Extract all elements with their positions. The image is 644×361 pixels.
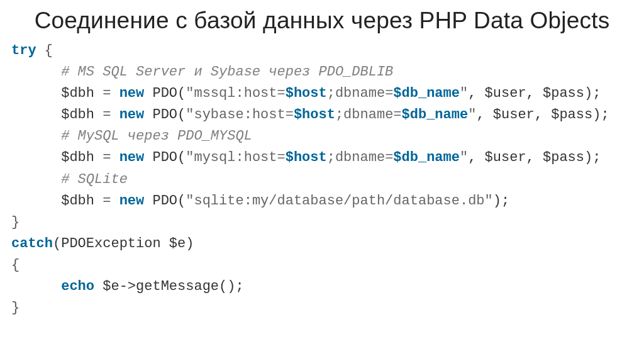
code-line-8: $dbh = new PDO("sqlite:my/database/path/…	[61, 193, 509, 209]
brace-close-try: }	[11, 214, 19, 230]
code-line-4: $dbh = new PDO("sybase:host=$host;dbname…	[61, 107, 609, 123]
code-line-10: catch(PDOException $e)	[11, 236, 194, 252]
slide: Соединение с базой данных через PHP Data…	[0, 0, 644, 361]
code-line-1: try {	[11, 43, 53, 58]
brace-open: {	[36, 43, 53, 58]
brace-close-catch: }	[11, 300, 19, 316]
code-line-12: echo $e->getMessage();	[61, 279, 243, 294]
comment-dblib: # MS SQL Server и Sybase через PDO_DBLIB	[61, 64, 393, 80]
var-dbh: $dbh	[61, 86, 94, 101]
kw-catch: catch	[11, 236, 53, 252]
brace-open-catch: {	[11, 257, 19, 273]
kw-echo: echo	[61, 279, 94, 294]
code-line-3: $dbh = new PDO("mssql:host=$host;dbname=…	[61, 86, 601, 101]
code-block: try { # MS SQL Server и Sybase через PDO…	[11, 40, 633, 319]
comment-sqlite: # SQLite	[61, 172, 128, 187]
kw-new: new	[119, 86, 145, 101]
comment-mysql: # MySQL через PDO_MYSQL	[61, 128, 252, 144]
code-line-6: $dbh = new PDO("mysql:host=$host;dbname=…	[61, 150, 601, 165]
slide-title: Соединение с базой данных через PHP Data…	[11, 8, 633, 34]
kw-try: try	[11, 43, 36, 58]
